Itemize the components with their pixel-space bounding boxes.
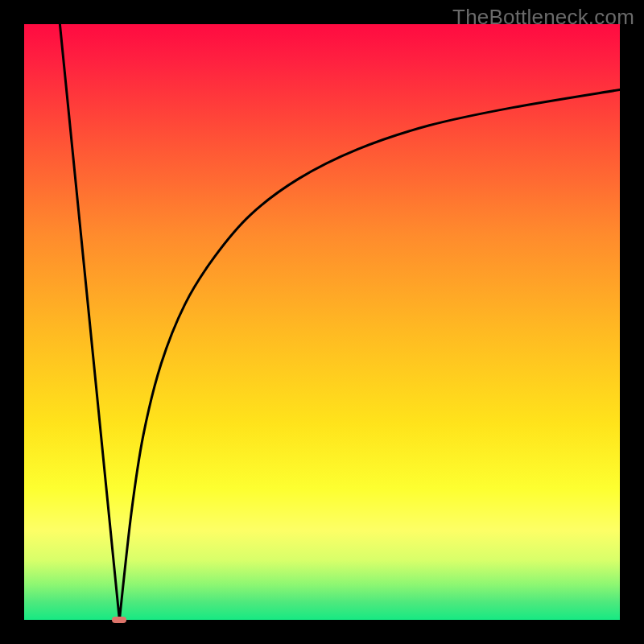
optimum-marker [112, 617, 126, 623]
bottleneck-curve [24, 24, 620, 620]
chart-frame: TheBottleneck.com [0, 0, 644, 644]
plot-area [24, 24, 620, 620]
curve-path [60, 24, 620, 620]
watermark-text: TheBottleneck.com [452, 5, 634, 30]
